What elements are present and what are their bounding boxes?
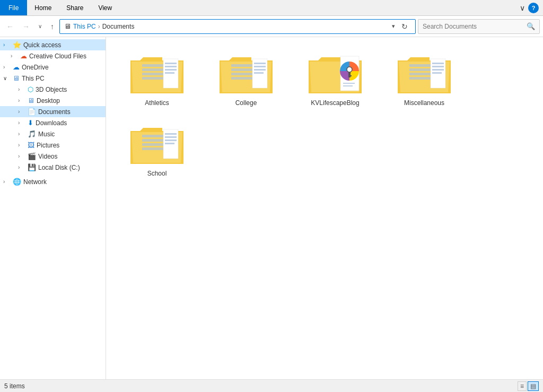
expand-icon: ›: [18, 109, 25, 115]
help-button[interactable]: ?: [528, 3, 539, 13]
search-box: 🔍: [418, 19, 540, 34]
title-bar: File Home Share View ∨ ?: [0, 0, 543, 16]
search-input[interactable]: [418, 23, 522, 30]
svg-rect-20: [254, 69, 266, 71]
address-path[interactable]: 🖥 This PC › Documents ▾ ↻: [59, 19, 416, 34]
detail-view-button[interactable]: ▤: [528, 381, 539, 391]
svg-rect-40: [432, 66, 444, 67]
share-menu-item[interactable]: Share: [59, 0, 91, 15]
expand-icon: ›: [18, 86, 25, 92]
address-dropdown-button[interactable]: ▾: [390, 22, 397, 31]
documents-icon: 📄: [28, 108, 36, 116]
sidebar-item-label: Documents: [38, 108, 71, 116]
up-button[interactable]: ↑: [47, 20, 57, 33]
svg-rect-51: [165, 136, 177, 138]
address-bar: ← → ∨ ↑ 🖥 This PC › Documents ▾ ↻ 🔍: [0, 16, 543, 37]
downloads-icon: ⬇: [28, 119, 33, 127]
sidebar-item-local-disk[interactable]: › 💾 Local Disk (C:): [0, 162, 106, 173]
svg-rect-42: [432, 72, 442, 74]
svg-rect-52: [165, 140, 177, 141]
sidebar-item-label: This PC: [22, 75, 45, 82]
sidebar-item-label: Local Disk (C:): [38, 164, 80, 171]
svg-rect-29: [349, 75, 352, 76]
sidebar-item-network[interactable]: › 🌐 Network: [0, 176, 106, 187]
sidebar-item-label: OneDrive: [22, 64, 49, 71]
svg-rect-9: [165, 69, 177, 71]
refresh-button[interactable]: ↻: [398, 21, 411, 32]
sidebar-item-quick-access[interactable]: › ⭐ Quick access: [0, 39, 106, 50]
sidebar-item-this-pc[interactable]: ∨ 🖥 This PC: [0, 73, 106, 84]
sidebar-item-3d-objects[interactable]: › ⬡ 3D Objects: [0, 84, 106, 95]
view-menu-item[interactable]: View: [91, 0, 119, 15]
svg-rect-48: [142, 147, 163, 150]
expand-icon: ›: [18, 131, 25, 137]
sidebar-item-videos[interactable]: › 🎬 Videos: [0, 151, 106, 162]
this-pc-icon: 🖥: [13, 74, 20, 82]
folder-miscellaneous[interactable]: Miscellaneous: [382, 46, 467, 112]
svg-rect-10: [165, 72, 174, 74]
sidebar-item-label: Creative Cloud Files: [29, 53, 86, 60]
home-menu-item[interactable]: Home: [27, 0, 59, 15]
forward-button[interactable]: →: [19, 20, 33, 33]
sidebar-item-label: Music: [38, 130, 55, 138]
sidebar-item-label: Network: [23, 178, 47, 186]
expand-icon: ›: [18, 142, 25, 148]
pictures-icon: 🖼: [28, 141, 34, 149]
window-chevron-button[interactable]: ∨: [516, 4, 528, 12]
path-current: Documents: [102, 23, 135, 30]
back-button[interactable]: ←: [3, 20, 17, 33]
sidebar-item-music[interactable]: › 🎵 Music: [0, 128, 106, 140]
svg-rect-30: [343, 83, 355, 84]
3d-objects-icon: ⬡: [28, 85, 33, 93]
svg-rect-39: [432, 63, 444, 64]
main-area: › ⭐ Quick access › ☁ Creative Cloud File…: [0, 37, 543, 379]
network-icon: 🌐: [13, 178, 21, 186]
expand-icon: ›: [18, 164, 25, 170]
folder-label: Athletics: [145, 99, 169, 107]
expand-icon: ›: [18, 153, 25, 159]
path-root[interactable]: This PC: [73, 23, 96, 30]
svg-rect-7: [165, 63, 177, 64]
svg-rect-28: [348, 76, 351, 77]
file-menu-tab[interactable]: File: [0, 0, 27, 15]
content-area: Athletics College: [106, 37, 543, 379]
folder-label: School: [147, 170, 167, 177]
recent-locations-button[interactable]: ∨: [35, 21, 45, 31]
expand-icon: ›: [18, 98, 25, 103]
folders-grid: Athletics College: [115, 46, 535, 182]
folder-kvlifescapeblog[interactable]: KVLifescapeBlog: [293, 46, 378, 112]
folder-label: College: [235, 99, 257, 107]
sidebar-item-label: Downloads: [36, 119, 67, 127]
sidebar-item-pictures[interactable]: › 🖼 Pictures: [0, 140, 106, 151]
path-icon: 🖥: [64, 22, 71, 30]
folder-college[interactable]: College: [204, 46, 288, 112]
sidebar-item-downloads[interactable]: › ⬇ Downloads: [0, 117, 106, 128]
folder-label: KVLifescapeBlog: [311, 99, 359, 107]
svg-point-26: [347, 67, 352, 72]
folder-school[interactable]: School: [115, 116, 199, 182]
expand-icon: ›: [3, 64, 11, 70]
sidebar-item-creative-cloud[interactable]: › ☁ Creative Cloud Files: [0, 50, 106, 62]
list-view-button[interactable]: ≡: [518, 381, 527, 391]
folder-label: Miscellaneous: [404, 99, 444, 107]
search-button[interactable]: 🔍: [522, 22, 539, 30]
sidebar-item-desktop[interactable]: › 🖥 Desktop: [0, 95, 106, 106]
expand-icon: ∨: [3, 75, 11, 81]
sidebar-item-label: Videos: [38, 153, 57, 160]
sidebar-item-documents[interactable]: › 📄 Documents: [0, 106, 106, 117]
svg-rect-5: [142, 77, 163, 80]
path-separator: ›: [98, 23, 100, 30]
sidebar-item-label: Quick access: [23, 41, 61, 49]
svg-rect-18: [254, 63, 266, 64]
svg-rect-21: [254, 72, 264, 74]
onedrive-icon: ☁: [13, 63, 20, 71]
sidebar: › ⭐ Quick access › ☁ Creative Cloud File…: [0, 37, 106, 379]
local-disk-icon: 💾: [28, 163, 36, 171]
folder-athletics[interactable]: Athletics: [115, 46, 199, 112]
sidebar-item-onedrive[interactable]: › ☁ OneDrive: [0, 62, 106, 73]
svg-rect-16: [231, 77, 252, 80]
svg-rect-50: [165, 133, 177, 135]
expand-icon: ›: [11, 53, 18, 59]
videos-icon: 🎬: [28, 152, 36, 160]
item-count: 5 items: [4, 382, 25, 390]
